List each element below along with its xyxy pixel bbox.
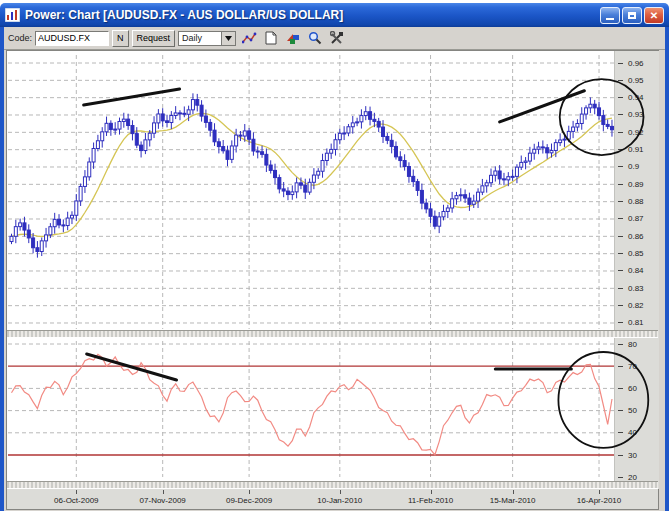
date-label: 15-Mar-2010 [490,496,536,505]
date-label: 11-Feb-2010 [408,496,453,505]
chart-panel: 0.960.950.940.930.920.910.90.890.880.870… [6,50,659,510]
toolbar: Code: N Request Daily [4,27,665,50]
close-button[interactable]: ✕ [644,7,664,24]
chart-style-icon[interactable] [284,29,302,47]
price-axis-label: 0.87 [615,214,659,223]
name-lookup-button[interactable]: N [112,30,129,47]
price-axis: 0.960.950.940.930.920.910.90.890.880.870… [614,51,659,489]
date-axis: 06-Oct-200907-Nov-200909-Dec-200910-Jan-… [7,489,658,509]
price-axis-label: 0.96 [615,59,659,68]
price-axis-label: 0.83 [615,284,659,293]
date-tick [599,490,600,494]
titlebar: Power: Chart [AUDUSD.FX - AUS DOLLAR/US … [0,3,669,27]
chart-icon[interactable] [240,29,258,47]
rsi-axis-label: 50 [615,406,659,415]
date-tick [249,490,250,494]
rsi-axis-label: 30 [615,451,659,460]
price-axis-label: 0.93 [615,110,659,119]
date-tick [340,490,341,494]
price-axis-label: 0.84 [615,266,659,275]
code-input[interactable] [35,31,109,46]
date-tick [76,490,77,494]
window-title: Power: Chart [AUDUSD.FX - AUS DOLLAR/US … [25,8,598,22]
price-axis-label: 0.81 [615,318,659,327]
price-axis-label: 0.85 [615,249,659,258]
new-document-icon[interactable] [262,29,280,47]
rsi-axis-label: 80 [615,340,659,349]
price-axis-label: 0.9 [615,162,659,171]
rsi-axis-label: 60 [615,384,659,393]
chevron-down-icon[interactable] [221,32,235,45]
rsi-grid [8,341,614,477]
price-axis-label: 0.82 [615,301,659,310]
date-tick [163,490,164,494]
app-window: Power: Chart [AUDUSD.FX - AUS DOLLAR/US … [0,0,669,513]
request-button[interactable]: Request [132,30,176,47]
panel-divider-bottom[interactable] [7,481,658,489]
tools-icon[interactable] [328,29,346,47]
date-label: 07-Nov-2009 [140,496,186,505]
code-label: Code: [8,33,32,43]
date-tick [431,490,432,494]
date-label: 06-Oct-2009 [54,496,98,505]
price-axis-label: 0.92 [615,128,659,137]
price-axis-label: 0.89 [615,180,659,189]
period-selected-value: Daily [182,33,202,43]
price-axis-label: 0.88 [615,197,659,206]
date-label: 09-Dec-2009 [226,496,272,505]
date-tick [513,490,514,494]
price-axis-label: 0.86 [615,232,659,241]
window-body: Code: N Request Daily [0,27,669,511]
minimize-button[interactable] [600,7,620,24]
date-label: 10-Jan-2010 [317,496,362,505]
zoom-icon[interactable] [306,29,324,47]
period-select[interactable]: Daily [178,31,236,46]
maximize-button[interactable] [622,7,642,24]
date-label: 16-Apr-2010 [577,496,621,505]
app-icon [5,8,20,22]
price-plot [8,53,614,329]
panel-divider[interactable] [7,330,658,338]
rsi-plot [8,339,614,481]
annotations [84,79,644,155]
